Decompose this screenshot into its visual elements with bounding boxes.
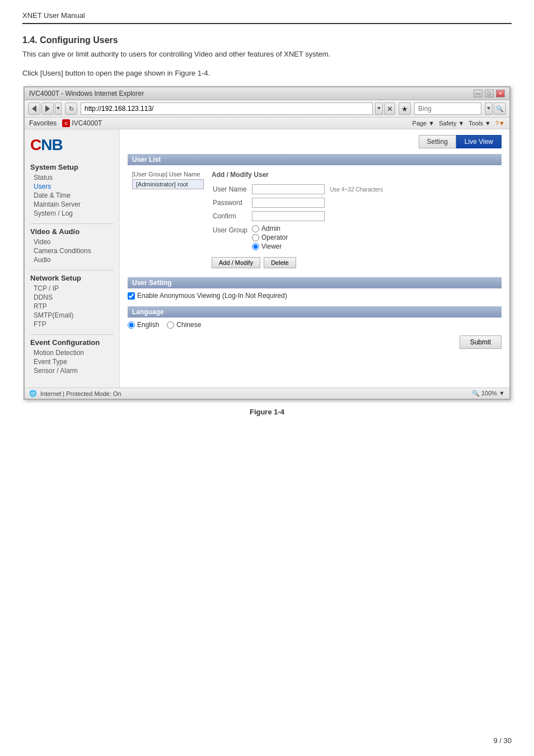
add-modify-button[interactable]: Add / Modify — [212, 257, 260, 268]
nav-dropdown[interactable] — [55, 102, 62, 115]
sidebar-item-maintain-server[interactable]: Maintain Server — [30, 200, 114, 209]
favorites-menu[interactable]: Favorites — [29, 119, 57, 127]
password-row: Password — [213, 197, 383, 209]
confirm-input[interactable] — [252, 211, 325, 221]
status-bar: 🌐 Internet | Protected Mode: On 🔍 100% ▼ — [25, 388, 509, 399]
sidebar-item-smtp[interactable]: SMTP(Email) — [30, 311, 114, 320]
search-dropdown[interactable] — [485, 102, 493, 115]
top-nav: Setting Live View — [128, 135, 502, 148]
restore-btn[interactable]: □ — [485, 90, 494, 97]
fav-ivc4000t[interactable]: C IVC4000T — [62, 119, 102, 127]
setting-button[interactable]: Setting — [419, 135, 456, 148]
page-tool-btn[interactable]: Page ▼ — [413, 120, 435, 127]
submit-wrap: Submit — [128, 335, 502, 349]
radio-viewer-input[interactable] — [252, 243, 259, 250]
sidebar-item-datetime[interactable]: Date & Time — [30, 191, 114, 200]
lang-chinese-label: Chinese — [176, 321, 201, 329]
username-row: User Name Use 4~32 Characters — [213, 183, 383, 195]
fav-icon: C — [62, 119, 70, 127]
sidebar-item-camera-conditions[interactable]: Camera Conditions — [30, 246, 114, 255]
zoom-icon: 🔍 — [472, 390, 480, 396]
minimize-btn[interactable]: — — [474, 90, 483, 97]
divider-1 — [30, 223, 114, 224]
radio-admin-label: Admin — [261, 225, 280, 232]
user-group-radio: Admin Operator — [252, 225, 383, 250]
sidebar-item-ddns[interactable]: DDNS — [30, 293, 114, 302]
radio-admin-input[interactable] — [252, 225, 259, 232]
sidebar-item-motion-detection[interactable]: Motion Detection — [30, 348, 114, 357]
anon-viewing-checkbox[interactable] — [128, 292, 135, 300]
safety-tool-btn[interactable]: Safety ▼ — [439, 120, 464, 127]
address-bar[interactable] — [81, 102, 373, 115]
fav-item-label: IVC4000T — [72, 119, 102, 127]
system-setup-title: System Setup — [30, 163, 114, 171]
sidebar-section-event: Event Configuration Motion Detection Eve… — [30, 338, 114, 375]
anon-viewing-text: Enable Anonymous Viewing (Log-In Not Req… — [137, 292, 287, 300]
radio-operator[interactable]: Operator — [252, 234, 383, 241]
section-desc-1: This can give or limit authority to user… — [22, 49, 512, 60]
browser-title: IVC4000T - Windows Internet Explorer — [29, 90, 144, 97]
live-view-button[interactable]: Live View — [456, 135, 502, 148]
anon-viewing-label[interactable]: Enable Anonymous Viewing (Log-In Not Req… — [128, 292, 502, 300]
sidebar-item-status[interactable]: Status — [30, 173, 114, 182]
sidebar-item-event-type[interactable]: Event Type — [30, 357, 114, 366]
sidebar-item-audio[interactable]: Audio — [30, 255, 114, 264]
favorites-star-btn[interactable]: ★ — [399, 102, 411, 115]
close-btn[interactable]: ✕ — [496, 90, 505, 97]
password-input[interactable] — [252, 198, 325, 208]
lang-english-input[interactable] — [128, 321, 135, 329]
svg-marker-2 — [57, 107, 60, 110]
sidebar-section-system-setup: System Setup Status Users Date & Time Ma… — [30, 163, 114, 218]
sidebar-item-video[interactable]: Video — [30, 237, 114, 246]
lang-english-label: English — [137, 321, 159, 329]
tools-tool-btn[interactable]: Tools ▼ — [469, 120, 491, 127]
svg-marker-3 — [377, 107, 381, 110]
user-list-header: User List — [128, 154, 502, 165]
zoom-level: 🔍 100% ▼ — [472, 390, 505, 397]
divider-3 — [30, 334, 114, 335]
page-tools: Page ▼ Safety ▼ Tools ▼ ?▼ — [413, 120, 505, 127]
search-refresh-btn[interactable]: ✕ — [384, 102, 395, 115]
divider-2 — [30, 270, 114, 270]
sidebar-item-tcpip[interactable]: TCP / IP — [30, 284, 114, 293]
delete-button[interactable]: Delete — [264, 257, 296, 268]
cnb-logo: CNB — [30, 136, 63, 153]
sidebar: CNB System Setup Status Users Date & Tim… — [25, 129, 120, 388]
sidebar-item-ftp[interactable]: FTP — [30, 320, 114, 329]
status-icon: 🌐 — [29, 390, 37, 397]
language-header: Language — [128, 306, 502, 318]
back-button[interactable] — [28, 102, 40, 115]
page-header-title: XNET User Manual — [22, 11, 85, 20]
svg-marker-1 — [45, 105, 50, 112]
search-input[interactable] — [414, 102, 481, 115]
forward-button[interactable] — [41, 102, 54, 115]
username-input[interactable] — [252, 184, 325, 194]
password-label: Password — [213, 197, 251, 209]
radio-operator-input[interactable] — [252, 234, 259, 241]
search-go-btn[interactable]: 🔍 — [494, 102, 506, 115]
lang-english[interactable]: English — [128, 321, 159, 329]
radio-viewer-label: Viewer — [261, 242, 282, 250]
sidebar-item-rtp[interactable]: RTP — [30, 302, 114, 311]
help-tool-btn[interactable]: ?▼ — [495, 120, 505, 127]
svg-marker-4 — [487, 107, 490, 110]
lang-chinese-input[interactable] — [167, 321, 174, 329]
lang-chinese[interactable]: Chinese — [167, 321, 201, 329]
user-list-entry[interactable]: [Administrator] root — [132, 179, 204, 189]
right-panel: Setting Live View User List [User Group]… — [120, 129, 509, 388]
address-dropdown[interactable] — [375, 102, 383, 115]
radio-admin[interactable]: Admin — [252, 225, 383, 232]
sidebar-item-sensor-alarm[interactable]: Sensor / Alarm — [30, 366, 114, 375]
user-list-section: User List [User Group] User Name [Admini… — [128, 154, 502, 270]
refresh-button[interactable]: ↻ — [65, 102, 77, 115]
sidebar-item-users[interactable]: Users — [30, 182, 114, 191]
submit-button[interactable]: Submit — [460, 335, 502, 349]
user-setting-header: User Setting — [128, 277, 502, 288]
network-setup-title: Network Setup — [30, 274, 114, 282]
username-label: User Name — [213, 183, 251, 195]
browser-toolbar: ↻ ✕ ★ — [25, 100, 509, 118]
user-list-table: [User Group] User Name [Administrator] r… — [128, 169, 502, 270]
video-audio-title: Video & Audio — [30, 227, 114, 236]
sidebar-item-system-log[interactable]: System / Log — [30, 209, 114, 218]
radio-viewer[interactable]: Viewer — [252, 242, 383, 250]
